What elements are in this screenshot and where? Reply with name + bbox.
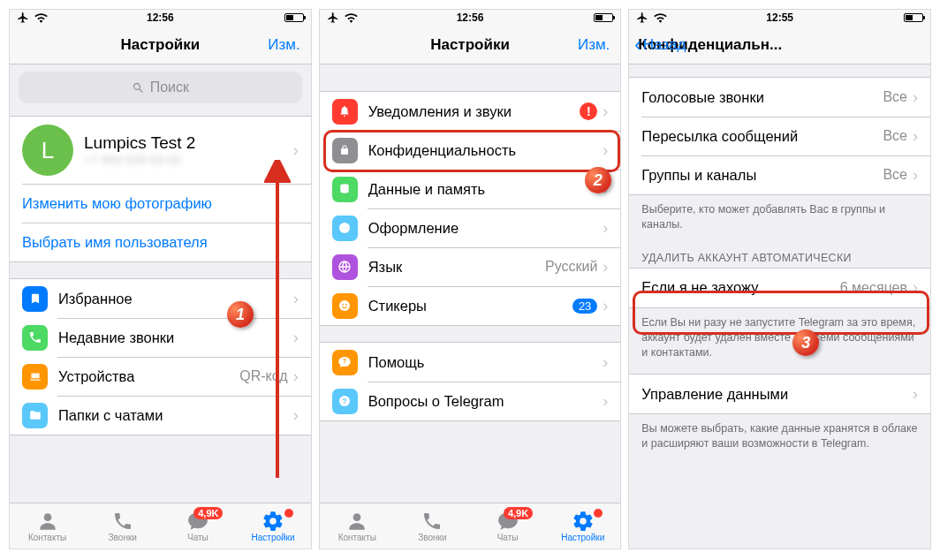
tab-settings[interactable]: Настройки [235, 510, 310, 542]
tab-bar: Контакты Звонки 4,9K Чаты Настройки [10, 503, 311, 549]
data-mgmt-footer: Вы можете выбрать, какие данные хранятся… [629, 418, 930, 451]
search-placeholder: Поиск [150, 79, 189, 95]
chevron-right-icon: › [293, 329, 299, 347]
tab-chats[interactable]: 4,9K Чаты [470, 510, 545, 542]
folders-row[interactable]: Папки с чатами › [10, 396, 311, 435]
edit-button[interactable]: Изм. [268, 36, 299, 54]
chats-badge: 4,9K [504, 507, 533, 519]
appearance-row[interactable]: Оформление › [320, 208, 621, 247]
groups-row[interactable]: Группы и каналы Все › [629, 155, 930, 194]
gear-icon [572, 510, 595, 533]
help-row[interactable]: ? Помощь › [320, 343, 621, 382]
svg-point-11 [353, 513, 361, 521]
profile-phone: +7 900 000 00 00 [84, 153, 293, 167]
screen-1: 12:56 Настройки Изм. Поиск L Lumpics Tes… [9, 9, 312, 549]
chevron-right-icon: › [913, 127, 918, 146]
avatar: L [22, 125, 73, 176]
airplane-icon [636, 11, 648, 24]
globe-icon [332, 254, 358, 280]
sticker-icon [332, 293, 358, 319]
chevron-right-icon: › [603, 141, 608, 160]
chevron-right-icon: › [913, 278, 918, 297]
tab-calls[interactable]: Звонки [395, 510, 470, 542]
tab-chats[interactable]: 4,9K Чаты [160, 510, 235, 542]
profile-name: Lumpics Test 2 [84, 133, 293, 153]
bookmark-icon [22, 286, 48, 312]
wifi-icon [345, 13, 358, 23]
choose-username-link[interactable]: Выбрать имя пользователя [10, 223, 311, 261]
edit-button[interactable]: Изм. [578, 36, 610, 54]
chevron-right-icon: › [603, 219, 608, 238]
tab-settings[interactable]: Настройки [545, 510, 620, 542]
wifi-icon [34, 13, 48, 23]
database-icon [332, 177, 358, 202]
chevron-right-icon: › [603, 353, 608, 372]
status-time: 12:55 [766, 11, 793, 24]
folder-icon [22, 403, 48, 428]
delete-account-header: УДАЛИТЬ АККАУНТ АВТОМАТИЧЕСКИ [629, 246, 930, 268]
status-bar: 12:56 [10, 10, 311, 26]
lock-icon [332, 138, 358, 163]
svg-text:?: ? [343, 397, 347, 405]
chevron-right-icon: › [603, 392, 608, 411]
tab-contacts[interactable]: Контакты [320, 510, 395, 542]
chevron-right-icon: › [913, 385, 918, 404]
chevron-right-icon: › [293, 367, 299, 386]
navbar: ‹ Назад Конфиденциальн... [629, 26, 930, 64]
chevron-right-icon: › [293, 141, 299, 160]
chevron-right-icon: › [603, 102, 608, 121]
language-row[interactable]: Язык Русский › [320, 247, 621, 286]
phone-icon [111, 510, 134, 533]
voice-calls-row[interactable]: Голосовые звонки Все › [629, 78, 930, 117]
contacts-icon [345, 510, 368, 533]
svg-text:?: ? [343, 357, 347, 365]
appearance-icon [332, 216, 358, 241]
alert-icon: ! [580, 102, 597, 120]
chevron-right-icon: › [603, 258, 608, 276]
contacts-icon [36, 510, 59, 533]
forwarding-row[interactable]: Пересылка сообщений Все › [629, 117, 930, 155]
phone-icon [421, 510, 443, 533]
faq-row[interactable]: ? Вопросы о Telegram › [320, 382, 621, 420]
battery-icon [904, 13, 923, 22]
faq-icon: ? [332, 389, 358, 414]
back-button[interactable]: ‹ Назад [634, 35, 686, 55]
svg-point-3 [339, 223, 350, 233]
gear-icon [262, 510, 284, 533]
recent-calls-row[interactable]: Недавние звонки › [10, 318, 311, 357]
data-management-row[interactable]: Управление данными › [629, 375, 930, 413]
chevron-right-icon: › [603, 180, 608, 199]
tab-bar: Контакты Звонки 4,9K Чаты Настройки [320, 503, 621, 549]
change-photo-link[interactable]: Изменить мою фотографию [10, 184, 311, 223]
stickers-row[interactable]: Стикеры 23 › [320, 286, 621, 325]
svg-point-0 [43, 513, 51, 521]
tab-calls[interactable]: Звонки [85, 510, 160, 542]
privacy-row[interactable]: Конфиденциальность › [320, 131, 621, 170]
notifications-row[interactable]: Уведомления и звуки ! › [320, 92, 621, 131]
battery-icon [594, 13, 613, 22]
if-away-row[interactable]: Если я не захожу 6 месяцев › [629, 269, 930, 307]
chevron-right-icon: › [293, 406, 299, 425]
groups-footer: Выберите, кто может добавлять Вас в груп… [629, 199, 930, 232]
if-away-footer: Если Вы ни разу не запустите Telegram за… [629, 312, 930, 360]
screen-2: 12:56 Настройки Изм. Уведомления и звуки… [319, 9, 622, 549]
chevron-right-icon: › [603, 297, 608, 315]
status-bar: 12:56 [320, 10, 621, 26]
status-time: 12:56 [147, 11, 174, 24]
tab-contacts[interactable]: Контакты [10, 510, 85, 542]
wifi-icon [654, 13, 667, 23]
status-time: 12:56 [457, 11, 484, 24]
profile-row[interactable]: L Lumpics Test 2 +7 900 000 00 00 › [10, 117, 311, 184]
svg-point-6 [342, 304, 344, 306]
devices-row[interactable]: Устройства QR-код › [10, 357, 311, 396]
svg-point-7 [345, 304, 347, 306]
stickers-badge: 23 [572, 299, 597, 314]
navbar: Настройки Изм. [10, 26, 311, 64]
help-icon: ? [332, 350, 358, 375]
chats-badge: 4,9K [193, 507, 223, 519]
alert-dot [284, 509, 293, 518]
favorites-row[interactable]: Избранное › [10, 279, 311, 318]
status-bar: 12:55 [629, 10, 930, 26]
search-input[interactable]: Поиск [19, 72, 302, 103]
data-storage-row[interactable]: Данные и память › [320, 170, 621, 208]
